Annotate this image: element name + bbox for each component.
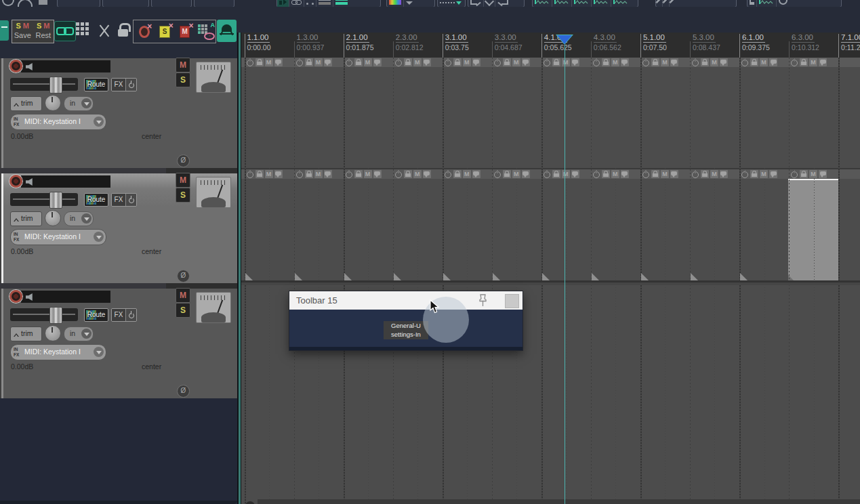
item-color-icon[interactable] — [387, 0, 404, 7]
mute-button[interactable]: M — [176, 58, 190, 72]
floating-toolbar-window[interactable]: Toolbar 15 General-U settings-In — [289, 291, 523, 350]
power-icon[interactable] — [592, 58, 600, 66]
power-icon[interactable] — [125, 309, 136, 321]
power-icon[interactable] — [125, 194, 136, 206]
volume-fader[interactable] — [10, 308, 78, 321]
lock-icon[interactable] — [453, 58, 462, 66]
envelope-wave-icon[interactable] — [592, 0, 611, 7]
chevron-down-icon[interactable] — [81, 213, 91, 224]
power-icon[interactable] — [741, 170, 749, 178]
mute-icon[interactable]: M — [611, 58, 619, 66]
midi-plug-icon[interactable] — [2, 0, 14, 6]
solo-button[interactable]: S — [176, 188, 190, 203]
phase-button[interactable]: Ø — [177, 385, 190, 398]
record-input-selector[interactable]: in — [64, 211, 94, 226]
pin-icon[interactable] — [477, 293, 489, 311]
note-bubble-icon[interactable] — [670, 58, 678, 66]
note-bubble-icon[interactable] — [819, 170, 827, 178]
input-fx-selector[interactable]: INFX MIDI: Keystation I — [10, 114, 106, 130]
mute-button[interactable]: M — [176, 173, 190, 188]
note-bubble-icon[interactable] — [670, 170, 678, 178]
note-bubble-icon[interactable] — [324, 58, 332, 66]
mute-icon[interactable]: M — [364, 58, 372, 66]
mute-icon[interactable]: M — [463, 170, 471, 178]
note-bubble-icon[interactable] — [522, 170, 530, 178]
pan-readout[interactable]: center — [142, 132, 161, 140]
pencil-icon[interactable] — [663, 0, 670, 7]
link-icon[interactable] — [289, 0, 304, 7]
mute-icon[interactable]: M — [809, 58, 817, 66]
mute-icon[interactable]: M — [265, 58, 273, 66]
mute-icon[interactable]: M — [710, 58, 718, 66]
ruler-tick[interactable]: 6.3.000:10.312 — [789, 33, 838, 58]
note-bubble-icon[interactable] — [769, 58, 777, 66]
envelope-wave-icon[interactable] — [552, 0, 572, 7]
mute-icon[interactable]: M — [760, 58, 768, 66]
track-name-field[interactable] — [21, 291, 110, 303]
dots-dropdown-icon[interactable] — [438, 0, 464, 7]
ruler-tick[interactable]: 2.1.000:01.875 — [344, 33, 392, 58]
dock-button[interactable] — [505, 294, 519, 308]
note-bubble-icon[interactable] — [373, 170, 382, 178]
mute-icon[interactable]: M — [562, 170, 570, 178]
toolbar-button-group[interactable] — [468, 0, 525, 7]
toolbar-button-group[interactable] — [151, 0, 192, 7]
lock-icon[interactable] — [255, 58, 264, 66]
clear-mute-icon[interactable]: M× — [180, 26, 190, 38]
chevron-down-icon[interactable] — [94, 347, 104, 357]
auto-visibility-icon[interactable]: A — [198, 23, 216, 41]
stop-icon[interactable] — [37, 0, 49, 6]
note-bubble-icon[interactable] — [819, 58, 827, 66]
toolbar-button-group[interactable] — [437, 0, 466, 7]
mute-icon[interactable]: M — [413, 170, 422, 178]
note-bubble-icon[interactable] — [274, 170, 283, 178]
note-bubble-icon[interactable] — [571, 170, 579, 178]
toolbar-button-group[interactable] — [386, 0, 435, 7]
mute-icon[interactable]: M — [314, 58, 323, 66]
mute-icon[interactable]: M — [710, 170, 718, 178]
power-icon[interactable] — [691, 170, 699, 178]
mute-icon[interactable]: M — [809, 170, 817, 178]
link-icon[interactable] — [54, 21, 76, 41]
toolbar-button-group[interactable] — [57, 0, 100, 7]
chevron-down-icon[interactable] — [404, 0, 415, 7]
record-arm-button[interactable] — [9, 175, 22, 188]
lock-icon[interactable] — [651, 58, 659, 66]
phase-button[interactable]: Ø — [177, 154, 190, 167]
lock-icon[interactable] — [701, 58, 709, 66]
wave-icon[interactable] — [757, 0, 777, 7]
chevron-down-icon[interactable] — [94, 232, 104, 242]
chevron-down-icon[interactable] — [81, 98, 91, 108]
power-icon[interactable] — [345, 170, 353, 178]
edit-cursor-marker[interactable] — [557, 35, 572, 44]
layout-a-icon[interactable] — [316, 0, 333, 7]
ruler-tick[interactable]: 2.3.000:02.812 — [393, 33, 442, 58]
solo-button[interactable]: S — [176, 72, 190, 87]
track-name-field[interactable] — [21, 175, 110, 188]
pencil-icon[interactable] — [656, 0, 663, 7]
lock-icon[interactable] — [354, 58, 363, 66]
note-bubble-icon[interactable] — [621, 170, 629, 178]
route-button[interactable]: Route — [84, 308, 108, 322]
pan-knob[interactable] — [45, 325, 61, 341]
pan-knob[interactable] — [45, 210, 61, 226]
nudge-right-icon[interactable] — [495, 0, 510, 7]
power-icon[interactable] — [790, 58, 798, 66]
fx-button[interactable]: FX — [111, 78, 137, 91]
clear-record-arm-icon[interactable]: × — [139, 26, 150, 38]
phase-button[interactable]: Ø — [177, 270, 190, 282]
marker-icon[interactable] — [748, 0, 757, 7]
power-icon[interactable] — [741, 58, 749, 66]
mute-icon[interactable]: M — [760, 170, 768, 178]
record-input-selector[interactable]: in — [64, 96, 94, 111]
power-icon[interactable] — [444, 58, 452, 66]
repeat-toggle-icon[interactable] — [277, 0, 289, 7]
pan-readout[interactable]: center — [142, 362, 161, 371]
power-icon[interactable] — [394, 58, 403, 66]
save-selection-button[interactable]: SM Save — [12, 20, 33, 43]
note-bubble-icon[interactable] — [274, 58, 283, 66]
power-icon[interactable] — [295, 58, 304, 66]
mute-icon[interactable]: M — [611, 170, 619, 178]
nudge-left-icon[interactable] — [468, 0, 484, 7]
mute-icon[interactable]: M — [512, 58, 520, 66]
